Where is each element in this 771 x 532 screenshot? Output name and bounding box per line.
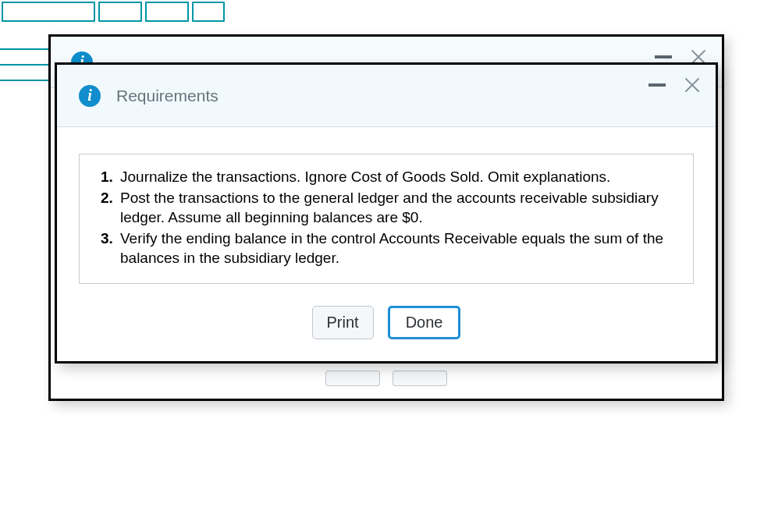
bg-cell bbox=[98, 2, 142, 22]
dialog-header: i Requirements bbox=[57, 65, 716, 127]
ghost-button bbox=[325, 371, 380, 386]
requirements-dialog: i Requirements Journalize the transactio… bbox=[55, 62, 718, 364]
info-icon: i bbox=[79, 85, 101, 107]
bg-cell bbox=[145, 2, 189, 22]
minimize-button[interactable] bbox=[648, 83, 666, 87]
close-icon[interactable] bbox=[684, 77, 700, 93]
bg-cell bbox=[2, 2, 95, 22]
background-grid-cells bbox=[0, 0, 225, 22]
minimize-button[interactable] bbox=[655, 55, 672, 59]
print-button[interactable]: Print bbox=[312, 306, 374, 339]
list-item: Post the transactions to the general led… bbox=[117, 188, 676, 227]
requirements-box: Journalize the transactions. Ignore Cost… bbox=[79, 154, 694, 284]
background-dialog-footer bbox=[51, 371, 722, 386]
dialog-body: Journalize the transactions. Ignore Cost… bbox=[57, 127, 716, 361]
bg-cell bbox=[192, 2, 225, 22]
background-hr-lines bbox=[0, 48, 55, 95]
list-item: Verify the ending balance in the control… bbox=[117, 229, 676, 268]
requirements-list: Journalize the transactions. Ignore Cost… bbox=[97, 167, 676, 268]
ghost-button bbox=[393, 371, 447, 386]
list-item: Journalize the transactions. Ignore Cost… bbox=[117, 167, 676, 186]
dialog-button-row: Print Done bbox=[79, 306, 694, 339]
done-button[interactable]: Done bbox=[388, 306, 461, 339]
dialog-title: Requirements bbox=[116, 87, 219, 105]
